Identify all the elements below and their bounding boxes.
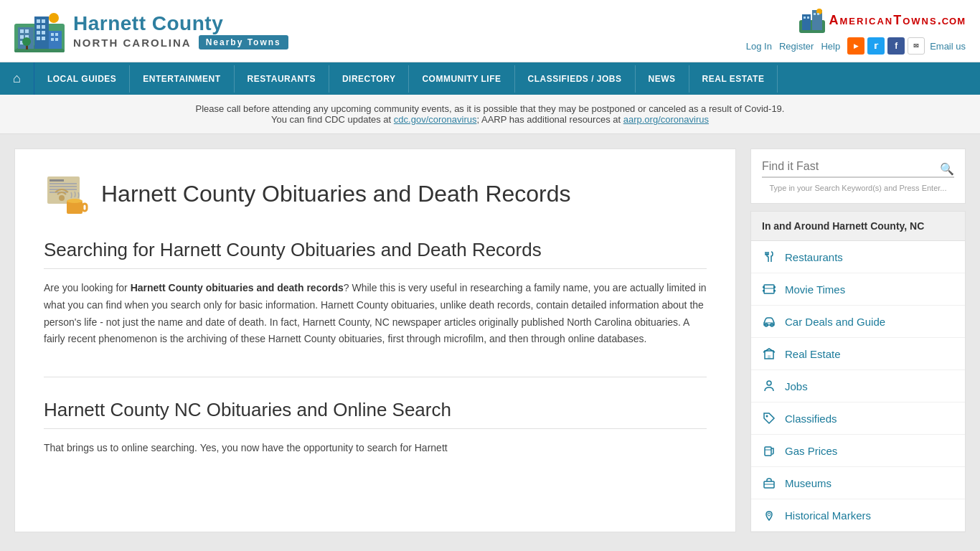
svg-point-25 bbox=[22, 37, 31, 46]
svg-rect-22 bbox=[55, 38, 58, 41]
main-container: Harnett County Obituaries and Death Reco… bbox=[0, 134, 980, 547]
sidebar-item-car-deals[interactable]: Car Deals and Guide bbox=[751, 306, 965, 338]
local-section-header: In and Around Harnett County, NC bbox=[751, 212, 965, 241]
nav-real-estate[interactable]: REAL ESTATE bbox=[689, 65, 778, 93]
nav-home-icon[interactable]: ⌂ bbox=[0, 62, 34, 95]
section1-title: Searching for Harnett County Obituaries … bbox=[44, 239, 707, 269]
nav-community-life[interactable]: COMMUNITY LIFE bbox=[409, 65, 514, 93]
sidebar-item-restaurants[interactable]: Restaurants bbox=[751, 241, 965, 273]
svg-rect-3 bbox=[20, 29, 24, 33]
at-logo: AmericanTowns.com bbox=[799, 7, 966, 33]
help-link[interactable]: Help bbox=[821, 41, 840, 52]
svg-rect-48 bbox=[773, 290, 776, 292]
register-link[interactable]: Register bbox=[779, 41, 814, 52]
section2: Harnett County NC Obituaries and Online … bbox=[44, 377, 707, 457]
sidebar-item-museums[interactable]: Museums bbox=[751, 467, 965, 499]
person-icon bbox=[762, 379, 776, 393]
email-link[interactable]: Email us bbox=[930, 41, 966, 52]
nav-classifieds-jobs[interactable]: CLASSIFIEDS / JOBS bbox=[515, 65, 636, 93]
gas-icon bbox=[762, 443, 776, 458]
header-left: Harnett County NORTH CAROLINA Nearby Tow… bbox=[14, 9, 288, 52]
svg-rect-21 bbox=[51, 38, 54, 41]
sidebar-item-classifieds[interactable]: Classifieds bbox=[751, 402, 965, 435]
sidebar-item-movie-times[interactable]: Movie Times bbox=[751, 273, 965, 306]
at-logo-icon bbox=[799, 7, 825, 33]
twitter-icon[interactable]: 𝕣 bbox=[867, 37, 885, 55]
svg-point-56 bbox=[766, 415, 768, 418]
svg-rect-15 bbox=[42, 31, 45, 34]
tag-icon bbox=[762, 411, 776, 425]
sidebar-item-jobs[interactable]: Jobs bbox=[751, 370, 965, 402]
cdc-link[interactable]: cdc.gov/coronavirus bbox=[394, 114, 477, 125]
page-title: Harnett County Obituaries and Death Reco… bbox=[101, 180, 571, 207]
search-input[interactable] bbox=[762, 160, 954, 173]
alert-text-1: Please call before attending any upcomin… bbox=[14, 103, 966, 114]
nav-local-guides[interactable]: LOCAL GUIDES bbox=[34, 65, 130, 93]
svg-rect-5 bbox=[20, 35, 24, 39]
svg-rect-36 bbox=[50, 183, 77, 184]
nav-directory[interactable]: DIRECTORY bbox=[329, 65, 410, 93]
restaurants-label: Restaurants bbox=[785, 251, 843, 263]
content-area: Harnett County Obituaries and Death Reco… bbox=[14, 149, 736, 532]
svg-rect-14 bbox=[37, 31, 40, 34]
fork-knife-icon bbox=[762, 250, 776, 264]
svg-rect-42 bbox=[83, 204, 87, 211]
state-name: NORTH CAROLINA Nearby Towns bbox=[73, 35, 288, 50]
svg-rect-57 bbox=[765, 447, 771, 456]
site-logo-icon bbox=[14, 9, 65, 52]
car-deals-label: Car Deals and Guide bbox=[785, 316, 885, 328]
real-estate-label: Real Estate bbox=[785, 348, 841, 360]
gas-prices-label: Gas Prices bbox=[785, 445, 837, 457]
svg-rect-30 bbox=[804, 17, 806, 19]
svg-point-23 bbox=[49, 13, 59, 23]
sidebar-item-real-estate[interactable]: Real Estate bbox=[751, 338, 965, 370]
section2-title: Harnett County NC Obituaries and Online … bbox=[44, 399, 707, 429]
film-icon bbox=[762, 282, 776, 296]
nav-entertainment[interactable]: ENTERTAINMENT bbox=[130, 65, 234, 93]
svg-rect-46 bbox=[763, 290, 765, 292]
svg-point-40 bbox=[59, 195, 65, 201]
login-link[interactable]: Log In bbox=[746, 41, 772, 52]
sidebar-item-historical-markers[interactable]: Historical Markers bbox=[751, 499, 965, 532]
briefcase-icon bbox=[762, 476, 776, 490]
svg-rect-4 bbox=[25, 29, 29, 33]
alert-bar: Please call before attending any upcomin… bbox=[0, 95, 980, 134]
sidebar-item-gas-prices[interactable]: Gas Prices bbox=[751, 435, 965, 467]
svg-rect-35 bbox=[50, 179, 64, 182]
americantowns-logo-text: AmericanTowns.com bbox=[829, 13, 966, 28]
movie-times-label: Movie Times bbox=[785, 283, 845, 296]
page-header: Harnett County Obituaries and Death Reco… bbox=[44, 171, 707, 217]
building-icon bbox=[762, 347, 776, 361]
social-icons: ▸ 𝕣 f ✉ Email us bbox=[847, 37, 966, 55]
local-section: In and Around Harnett County, NC Restaur… bbox=[750, 211, 966, 532]
car-icon bbox=[762, 314, 776, 329]
svg-rect-20 bbox=[55, 33, 58, 36]
aarp-link[interactable]: aarp.org/coronavirus bbox=[623, 114, 709, 125]
pin-icon bbox=[762, 508, 776, 522]
svg-rect-31 bbox=[807, 17, 809, 19]
svg-point-55 bbox=[767, 381, 771, 385]
svg-point-61 bbox=[768, 513, 771, 516]
email-icon[interactable]: ✉ bbox=[908, 37, 925, 55]
svg-rect-47 bbox=[773, 286, 776, 288]
nav-news[interactable]: NEWS bbox=[636, 65, 689, 93]
svg-rect-54 bbox=[768, 355, 771, 359]
jobs-label: Jobs bbox=[785, 380, 808, 392]
header-right: AmericanTowns.com Log In Register Help ▸… bbox=[746, 7, 966, 55]
search-input-wrap: 🔍 bbox=[762, 160, 954, 178]
county-name: Harnett County bbox=[73, 12, 288, 35]
svg-rect-10 bbox=[37, 19, 40, 23]
search-box: 🔍 Type in your Search Keyword(s) and Pre… bbox=[750, 149, 966, 204]
nav-restaurants[interactable]: RESTAURANTS bbox=[235, 65, 329, 93]
svg-rect-12 bbox=[37, 25, 40, 29]
svg-rect-45 bbox=[763, 286, 765, 288]
nearby-towns-button[interactable]: Nearby Towns bbox=[199, 35, 288, 50]
svg-rect-19 bbox=[51, 33, 54, 36]
rss-icon[interactable]: ▸ bbox=[847, 37, 864, 55]
museums-label: Museums bbox=[785, 477, 831, 489]
historical-markers-label: Historical Markers bbox=[785, 509, 871, 522]
sidebar: 🔍 Type in your Search Keyword(s) and Pre… bbox=[750, 149, 966, 532]
svg-rect-13 bbox=[42, 25, 45, 29]
facebook-icon[interactable]: f bbox=[887, 37, 905, 55]
svg-rect-27 bbox=[802, 14, 811, 30]
